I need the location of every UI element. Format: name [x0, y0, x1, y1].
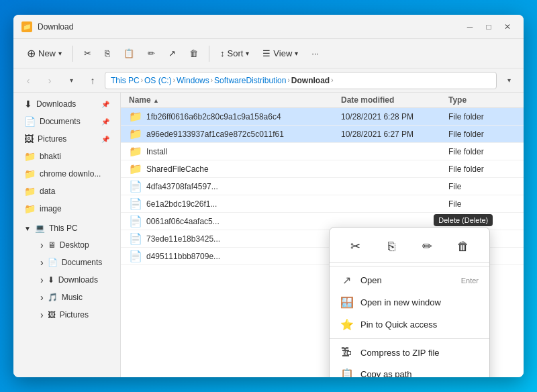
file-name-3: SharedFileCache: [146, 164, 209, 174]
rename-button[interactable]: ✏: [142, 46, 160, 61]
ctx-pin-quick-access-label: Pin to Quick access: [360, 320, 471, 330]
sidebar-item-data[interactable]: 📁 data: [16, 183, 117, 200]
breadcrumb-windows[interactable]: Windows: [177, 76, 209, 85]
main-content: ⬇ Downloads 📌 📄 Documents 📌 🖼 Pictures 📌…: [13, 93, 524, 377]
data-folder-icon: 📁: [24, 186, 36, 197]
pictures-icon: 🖼: [24, 134, 34, 144]
sidebar-item-chrome[interactable]: 📁 chrome downlo...: [16, 165, 117, 183]
this-pc-icon: 💻: [35, 224, 45, 233]
context-menu-top-icons: ✂ ⎘ ✏ Delete (Delete) 🗑: [330, 230, 489, 263]
ctx-open-new-window[interactable]: 🪟 Open in new window: [330, 291, 489, 313]
delete-button[interactable]: 🗑: [184, 46, 203, 61]
ctx-copy-path[interactable]: 📋 Copy as path: [330, 363, 489, 377]
breadcrumb-os-c[interactable]: OS (C:): [144, 76, 172, 85]
ctx-copy-button[interactable]: ⎘: [379, 234, 403, 258]
music-icon: ›: [40, 292, 44, 303]
file-row-3[interactable]: 📁 SharedFileCache File folder: [121, 160, 524, 178]
pin-icon-2: 📌: [101, 118, 109, 126]
ctx-compress-zip[interactable]: 🗜 Compress to ZIP file: [330, 342, 489, 363]
sort-button[interactable]: ↕ Sort ▾: [215, 46, 254, 61]
sidebar-item-downloads2[interactable]: › ⬇ Downloads: [32, 271, 117, 289]
toolbar: ⊕ New ▾ ✂ ⎘ 📋 ✏ ↗ 🗑 ↕ Sort ▾ ☰: [13, 39, 524, 68]
window-icon: 📁: [21, 21, 32, 32]
file-row-5[interactable]: 📄 6e1a2bdc19c26f1... File: [121, 195, 524, 213]
view-button[interactable]: ☰ View ▾: [257, 46, 303, 61]
file-row-4[interactable]: 📄 4dfa43708faf4597... File: [121, 178, 524, 195]
sidebar-desktop-label: Desktop: [60, 240, 89, 250]
sidebar-downloads-label2: Downloads: [58, 275, 98, 285]
sidebar-item-pictures[interactable]: 🖼 Pictures 📌: [16, 130, 117, 148]
documents-icon: 📄: [24, 116, 36, 127]
address-bar: ‹ › ▾ ↑ This PC › OS (C:) › Windows › So…: [13, 68, 524, 93]
file-type-0: File folder: [448, 112, 516, 121]
sidebar-item-bhakti[interactable]: 📁 bhakti: [16, 148, 117, 165]
file-name-2: Install: [146, 147, 167, 156]
copy-button[interactable]: ⎘: [99, 46, 115, 61]
maximize-button[interactable]: □: [481, 19, 497, 35]
sidebar-bhakti-label: bhakti: [40, 152, 61, 161]
file-name-cell-8: 📄 d495111bbb8709e...: [129, 250, 341, 262]
sidebar-this-pc[interactable]: ▼ 💻 This PC: [16, 220, 117, 236]
new-button[interactable]: ⊕ New ▾: [21, 44, 67, 62]
ctx-cut-button[interactable]: ✂: [344, 234, 368, 258]
sidebar-item-documents[interactable]: 📄 Documents 📌: [16, 113, 117, 130]
back-button[interactable]: ‹: [19, 71, 38, 90]
file-type-2: File folder: [448, 147, 516, 156]
breadcrumb-download[interactable]: Download: [291, 76, 330, 85]
window-title: Download: [38, 22, 73, 32]
sidebar-music-label: Music: [62, 293, 83, 302]
file-icon-7: 📄: [129, 232, 142, 245]
sidebar-item-desktop[interactable]: › 🖥 Desktop: [32, 236, 117, 254]
new-dropdown-icon: ▾: [58, 50, 62, 57]
up-button[interactable]: ↑: [83, 71, 102, 90]
paste-button[interactable]: 📋: [118, 46, 140, 61]
more-button[interactable]: ···: [306, 46, 324, 61]
file-row-2[interactable]: 📁 Install File folder: [121, 143, 524, 160]
rename-icon: ✏: [148, 48, 155, 58]
sidebar: ⬇ Downloads 📌 📄 Documents 📌 🖼 Pictures 📌…: [13, 93, 121, 377]
file-type-1: File folder: [448, 130, 516, 139]
close-button[interactable]: ✕: [499, 19, 516, 35]
forward-button[interactable]: ›: [40, 71, 59, 90]
bhakti-folder-icon: 📁: [24, 151, 36, 162]
minimize-button[interactable]: ─: [462, 19, 478, 35]
sidebar-documents-label: Documents: [40, 117, 81, 126]
copy-icon: ⎘: [105, 48, 110, 58]
sort-arrow: ▾: [246, 50, 249, 57]
file-name-cell-7: 📄 73ede11e18b3425...: [129, 232, 341, 245]
ctx-separator-0: [330, 266, 489, 266]
share-button[interactable]: ↗: [163, 46, 181, 61]
sidebar-item-image[interactable]: 📁 image: [16, 200, 117, 217]
sidebar-item-documents2[interactable]: › 📄 Documents: [32, 254, 117, 271]
recent-button[interactable]: ▾: [62, 71, 81, 90]
ctx-pin-quick-access[interactable]: ⭐ Pin to Quick access: [330, 313, 489, 336]
file-name-cell-5: 📄 6e1a2bdc19c26f1...: [129, 197, 341, 210]
file-row-1[interactable]: 📁 a96ede9133937af1ca9e872c5c011f61 10/28…: [121, 126, 524, 143]
sidebar-item-music[interactable]: › 🎵 Music: [32, 289, 117, 306]
breadcrumb-this-pc[interactable]: This PC: [111, 76, 140, 85]
sidebar-pictures-label: Pictures: [38, 134, 66, 144]
pin-quick-access-icon: ⭐: [340, 318, 352, 331]
breadcrumb[interactable]: This PC › OS (C:) › Windows › SoftwareDi…: [105, 72, 497, 89]
ctx-open[interactable]: ↗ Open Enter: [330, 269, 489, 291]
sidebar-item-pictures2[interactable]: › 🖼 Pictures: [32, 306, 117, 324]
breadcrumb-sep-4: ›: [287, 77, 289, 84]
sidebar-item-downloads[interactable]: ⬇ Downloads 📌: [16, 95, 117, 113]
file-row-0[interactable]: 📁 1fb26ff0616a6b2c80c9a1c9a158a6c4 10/28…: [121, 108, 524, 126]
folder-icon-2: 📁: [129, 145, 142, 158]
breadcrumb-sep-2: ›: [173, 77, 175, 84]
breadcrumb-sep-5: ›: [331, 77, 333, 84]
cut-button[interactable]: ✂: [79, 46, 97, 61]
ctx-open-label: Open: [360, 275, 453, 285]
file-type-5: File: [448, 199, 516, 209]
pin-icon: 📌: [101, 101, 109, 108]
window-controls: ─ □ ✕: [462, 19, 516, 35]
breadcrumb-softwaredistribution[interactable]: SoftwareDistribution: [214, 76, 286, 85]
ctx-delete-button[interactable]: 🗑: [451, 234, 475, 258]
toolbar-separator-2: [209, 46, 209, 62]
open-new-window-icon: 🪟: [340, 296, 352, 309]
ctx-rename-button[interactable]: ✏: [416, 234, 440, 258]
breadcrumb-sep-1: ›: [141, 77, 143, 84]
dropdown-button[interactable]: ▾: [499, 71, 518, 90]
delete-tooltip: Delete (Delete): [434, 214, 493, 226]
